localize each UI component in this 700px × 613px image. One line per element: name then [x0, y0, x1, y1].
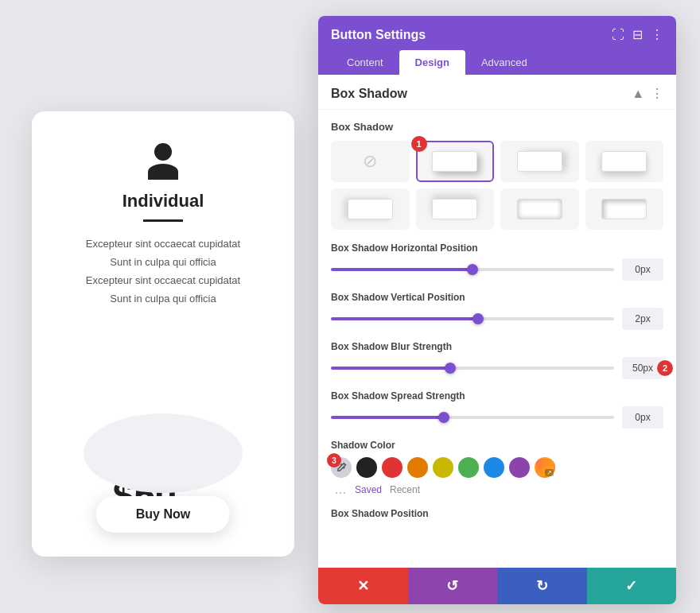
pricing-card: Individual Excepteur sint occaecat cupid…	[32, 111, 294, 557]
slider-spread-label: Box Shadow Spread Strength	[331, 390, 663, 402]
blur-badge: 2	[657, 360, 673, 376]
slider-horizontal-label: Box Shadow Horizontal Position	[331, 242, 663, 254]
shadow-preset-4[interactable]	[331, 188, 410, 230]
shadow-box-6	[517, 199, 562, 219]
panel-body: Box Shadow ▲ ⋮ Box Shadow ⊘ 1	[318, 75, 676, 568]
section-content: Box Shadow ⊘ 1	[318, 110, 676, 535]
shadow-preset-6[interactable]	[500, 188, 579, 230]
slider-horizontal-track[interactable]	[331, 268, 614, 271]
tab-content[interactable]: Content	[331, 50, 399, 75]
panel-header-top: Button Settings ⛶ ⊟ ⋮	[331, 27, 663, 42]
settings-panel: Button Settings ⛶ ⊟ ⋮ Content Design Adv…	[318, 16, 676, 604]
slider-vertical-thumb[interactable]	[472, 313, 484, 324]
color-label: Shadow Color	[331, 440, 663, 451]
slider-spread-value[interactable]	[622, 406, 663, 429]
feature-1: Excepteur sint occaecat cupidatat	[86, 238, 240, 250]
eyedropper-badge: 3	[327, 453, 341, 468]
pricing-divider	[143, 219, 183, 222]
slider-vertical-value[interactable]	[622, 308, 663, 330]
color-purple[interactable]	[509, 457, 530, 478]
shadow-box-4	[348, 199, 393, 219]
redo-button[interactable]: ↻	[497, 568, 587, 604]
color-extra-row: … Saved Recent	[331, 483, 663, 497]
panel-title: Button Settings	[331, 28, 426, 42]
slider-vertical-track[interactable]	[331, 317, 614, 320]
confirm-button[interactable]: ✓	[587, 568, 677, 604]
tab-design[interactable]: Design	[399, 50, 465, 75]
pricing-circle-bg	[84, 413, 243, 493]
slider-vertical: Box Shadow Vertical Position	[331, 292, 663, 330]
more-icon[interactable]: ⋮	[651, 27, 663, 42]
color-orange[interactable]	[407, 457, 428, 478]
slider-blur-thumb[interactable]	[445, 363, 456, 374]
preset-badge-1: 1	[411, 136, 427, 152]
shadow-preset-1[interactable]: 1	[416, 141, 495, 182]
shadow-box-1	[432, 151, 477, 172]
slider-spread-control	[331, 406, 663, 429]
shadow-box-7	[601, 199, 647, 219]
slider-blur-track[interactable]	[331, 367, 614, 370]
shadow-box-2	[517, 151, 562, 172]
color-green[interactable]	[458, 457, 479, 478]
shadow-preset-none[interactable]: ⊘	[331, 141, 410, 182]
feature-2: Sunt in culpa qui officia	[86, 256, 240, 268]
slider-blur-label: Box Shadow Blur Strength	[331, 341, 663, 352]
feature-3: Excepteur sint occaecat cupidatat	[86, 274, 240, 286]
panel-tabs: Content Design Advanced	[331, 50, 663, 75]
shadow-box-5	[432, 199, 477, 219]
panel-header-icons: ⛶ ⊟ ⋮	[612, 27, 663, 42]
section-header-right: ▲ ⋮	[632, 86, 663, 101]
collapse-icon[interactable]: ▲	[632, 87, 644, 101]
color-red[interactable]	[382, 457, 402, 478]
shadow-preset-7[interactable]	[585, 188, 664, 230]
slider-horizontal: Box Shadow Horizontal Position	[331, 242, 663, 281]
slider-blur-value-wrap: 2	[622, 357, 663, 379]
color-yellow[interactable]	[433, 457, 453, 478]
color-saved[interactable]: Saved	[355, 484, 382, 495]
color-eyedropper[interactable]: 3	[331, 457, 352, 478]
slider-vertical-label: Box Shadow Vertical Position	[331, 292, 663, 303]
color-swatches: 3 ↗	[331, 457, 663, 478]
color-black[interactable]	[356, 457, 377, 478]
slider-blur-control: 2	[331, 357, 663, 379]
slider-horizontal-thumb[interactable]	[467, 264, 478, 275]
section-more-icon[interactable]: ⋮	[651, 86, 663, 101]
section-header: Box Shadow ▲ ⋮	[318, 75, 676, 110]
shadow-preset-5[interactable]	[416, 188, 495, 230]
color-more[interactable]: …	[334, 483, 347, 497]
slider-horizontal-control	[331, 258, 663, 281]
slider-spread-track[interactable]	[331, 416, 614, 419]
color-recent[interactable]: Recent	[390, 484, 420, 495]
shadow-preset-2[interactable]	[500, 141, 579, 182]
slider-horizontal-value[interactable]	[622, 258, 663, 281]
shadow-presets: ⊘ 1	[331, 141, 663, 230]
feature-4: Sunt in culpa qui officia	[86, 293, 240, 305]
no-shadow-icon: ⊘	[363, 151, 377, 172]
shadow-box-3	[601, 151, 647, 172]
cancel-button[interactable]: ✕	[318, 568, 408, 604]
slider-spread-thumb[interactable]	[438, 412, 449, 423]
fullscreen-icon[interactable]: ⛶	[612, 28, 624, 42]
shadow-label: Box Shadow	[331, 121, 663, 133]
shadow-preset-3[interactable]	[585, 141, 664, 182]
slider-blur: Box Shadow Blur Strength 2	[331, 341, 663, 379]
pricing-features: Excepteur sint occaecat cupidatat Sunt i…	[86, 238, 240, 311]
avatar	[144, 143, 182, 181]
buy-button[interactable]: Buy Now	[96, 496, 230, 533]
split-icon[interactable]: ⊟	[632, 27, 643, 42]
slider-spread: Box Shadow Spread Strength	[331, 390, 663, 429]
pricing-name: Individual	[122, 191, 204, 211]
undo-button[interactable]: ↺	[408, 568, 498, 604]
slider-vertical-control	[331, 308, 663, 330]
color-section: Shadow Color 3	[331, 440, 663, 497]
tab-advanced[interactable]: Advanced	[465, 50, 543, 75]
section-title: Box Shadow	[331, 87, 407, 101]
action-bar: ✕ ↺ ↻ ✓	[318, 568, 676, 604]
panel-header: Button Settings ⛶ ⊟ ⋮ Content Design Adv…	[318, 16, 676, 75]
color-gradient[interactable]: ↗	[535, 457, 555, 478]
color-blue[interactable]	[484, 457, 504, 478]
box-shadow-position-label: Box Shadow Position	[331, 508, 663, 519]
